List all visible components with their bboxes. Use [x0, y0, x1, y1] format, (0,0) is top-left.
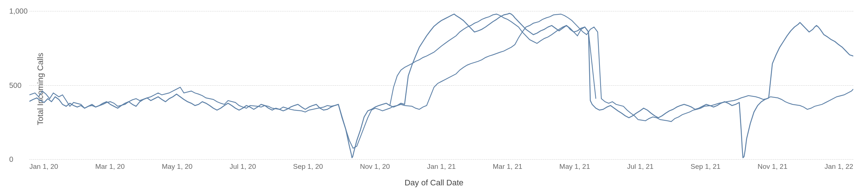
x-axis: Jan 1, 20 Mar 1, 20 May 1, 20 Jul 1, 20 …	[29, 160, 853, 174]
x-tick-sep21: Sep 1, 21	[691, 163, 721, 171]
x-tick-jul21: Jul 1, 21	[627, 163, 654, 171]
chart-container: Total Incoming Calls 1,000 500 0	[0, 0, 868, 192]
x-tick-jan20: Jan 1, 20	[29, 163, 58, 171]
x-tick-may20: May 1, 20	[162, 163, 192, 171]
y-tick-500: 500	[9, 81, 21, 90]
x-tick-may21: May 1, 21	[559, 163, 590, 171]
x-tick-nov21: Nov 1, 21	[758, 163, 787, 171]
chart-area: Total Incoming Calls 1,000 500 0	[0, 0, 868, 178]
y-tick-0: 0	[9, 155, 13, 164]
x-tick-jan22: Jan 1, 22	[825, 163, 853, 171]
x-tick-jan21: Jan 1, 21	[427, 163, 456, 171]
x-tick-jul20: Jul 1, 20	[230, 163, 256, 171]
x-tick-mar21: Mar 1, 21	[493, 163, 522, 171]
x-tick-nov20: Nov 1, 20	[360, 163, 390, 171]
x-tick-mar20: Mar 1, 20	[95, 163, 125, 171]
y-tick-1000: 1,000	[9, 7, 28, 15]
x-axis-title: Day of Call Date	[0, 178, 868, 192]
chart-inner: 1,000 500 0 .cl{fill:none;stroke:#	[29, 11, 853, 174]
main-line-chart: .cl{fill:none;stroke:#5b7fa6;stroke-widt…	[29, 11, 853, 160]
x-tick-sep20: Sep 1, 20	[293, 163, 323, 171]
